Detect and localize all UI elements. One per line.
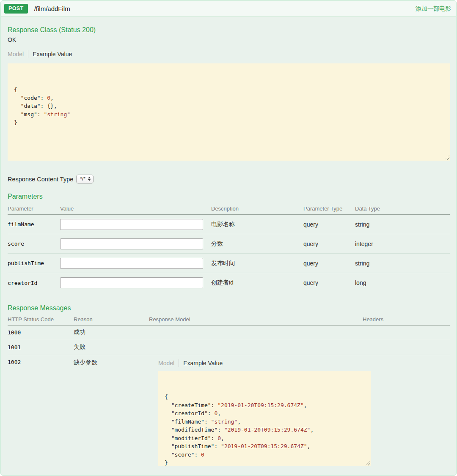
parameters-table-header: Parameter Value Description Parameter Ty… [8, 205, 450, 215]
param-name: filmName [8, 221, 60, 227]
param-type: query [303, 241, 355, 247]
tab-example-value[interactable]: Example Value [33, 51, 72, 57]
param-data-type: long [355, 279, 450, 286]
status-code: 1002 [8, 359, 74, 365]
response-messages-header: HTTP Status Code Reason Response Model H… [8, 316, 450, 326]
col-parameter-type: Parameter Type [303, 205, 355, 212]
param-name: creatorId [8, 280, 60, 286]
param-description: 电影名称 [211, 221, 303, 228]
error-response-model-cell: Model Example Value { "createTime": "201… [149, 359, 363, 466]
col-description: Description [211, 205, 303, 212]
param-creatorId-input[interactable] [60, 277, 203, 288]
status-reason: 失败 [74, 343, 149, 351]
response-example-json[interactable]: { "code": 0, "data": {}, "msg": "string"… [8, 63, 450, 161]
table-row: score 分数 query integer [8, 234, 450, 254]
selected-content-type: */* [80, 176, 85, 182]
col-reason: Reason [74, 316, 149, 323]
param-publishTime-input[interactable] [60, 258, 203, 269]
col-http-status-code: HTTP Status Code [8, 316, 74, 323]
tab-example-value[interactable]: Example Value [183, 360, 223, 367]
parameters-table: Parameter Value Description Parameter Ty… [8, 205, 450, 293]
param-filmName-input[interactable] [60, 219, 203, 230]
tab-model[interactable]: Model [158, 360, 174, 367]
col-headers: Headers [363, 316, 450, 323]
select-stepper-icon [88, 177, 91, 181]
col-parameter: Parameter [8, 205, 60, 212]
status-reason: 成功 [74, 328, 149, 336]
col-response-model: Response Model [149, 316, 363, 323]
param-type: query [303, 279, 355, 286]
col-value: Value [60, 205, 211, 212]
param-name: publishTime [8, 260, 60, 266]
response-content-type-select[interactable]: */* [76, 175, 94, 183]
param-description: 创建者id [211, 279, 303, 287]
tab-separator [179, 359, 179, 367]
table-row: 1001 失败 [8, 340, 450, 355]
table-row: creatorId 创建者id query long [8, 273, 450, 293]
resize-grip-icon[interactable] [445, 155, 449, 160]
response-messages-table: HTTP Status Code Reason Response Model H… [8, 316, 450, 470]
status-reason: 缺少参数 [74, 359, 149, 367]
table-row: 1002 缺少参数 Model Example Value { "createT… [8, 355, 450, 470]
param-data-type: string [355, 260, 450, 267]
operation-content: Response Class (Status 200) OK Model Exa… [1, 26, 456, 476]
http-method-badge: POST [4, 4, 28, 14]
response-content-type-row: Response Content Type */* [8, 175, 450, 183]
endpoint-path-link[interactable]: /film/addFilm [34, 5, 70, 12]
status-code: 1001 [8, 344, 74, 350]
table-row: publishTime 发布时间 query string [8, 254, 450, 273]
error-model-tabs: Model Example Value [158, 359, 363, 367]
table-row: 1000 成功 [8, 326, 450, 340]
param-type: query [303, 221, 355, 228]
error-example-json[interactable]: { "createTime": "2019-01-20T09:15:29.674… [158, 371, 371, 466]
tab-model[interactable]: Model [8, 51, 24, 57]
param-description: 发布时间 [211, 260, 303, 267]
operation-header[interactable]: POST /film/addFilm 添加一部电影 [1, 1, 456, 17]
response-messages-heading: Response Messages [8, 304, 450, 312]
param-type: query [303, 260, 355, 267]
response-class-heading: Response Class (Status 200) [8, 26, 450, 34]
param-score-input[interactable] [60, 238, 203, 249]
endpoint-summary-link[interactable]: 添加一部电影 [416, 5, 451, 13]
response-model-tabs: Model Example Value [8, 50, 450, 58]
status-code: 1000 [8, 329, 74, 336]
tab-separator [28, 50, 28, 58]
response-content-type-label: Response Content Type [8, 176, 73, 183]
table-row: filmName 电影名称 query string [8, 215, 450, 234]
operation-panel: POST /film/addFilm 添加一部电影 Response Class… [0, 0, 457, 476]
response-class-status-text: OK [8, 36, 450, 43]
param-name: score [8, 241, 60, 247]
col-data-type: Data Type [355, 205, 450, 212]
param-description: 分数 [211, 240, 303, 248]
parameters-heading: Parameters [8, 193, 450, 200]
param-data-type: string [355, 221, 450, 228]
param-data-type: integer [355, 241, 450, 247]
